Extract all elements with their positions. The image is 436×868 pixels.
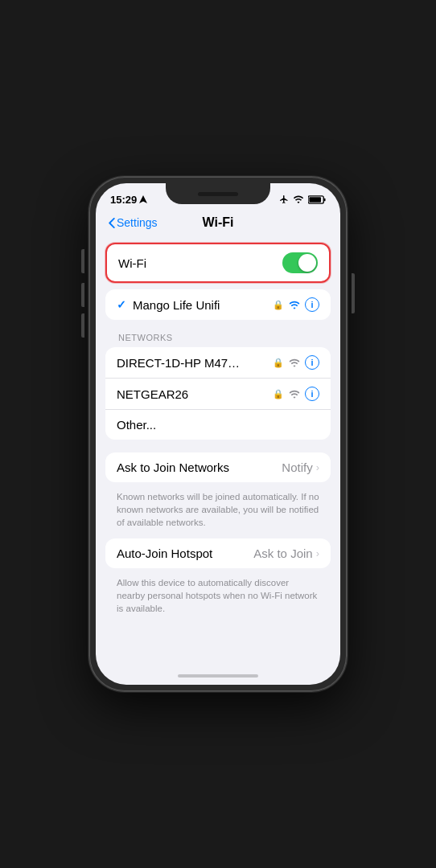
connected-checkmark: ✓ <box>117 298 126 311</box>
networks-list: DIRECT-1D-HP M479fdw Colo... 🔒 i NETGEAR… <box>105 347 331 440</box>
time-display: 15:29 <box>110 194 137 206</box>
network-icons: 🔒 i <box>273 387 319 401</box>
svg-rect-2 <box>309 197 321 202</box>
status-time: 15:29 <box>110 194 147 206</box>
wifi-toggle-section: Wi-Fi <box>105 243 331 283</box>
other-network-row[interactable]: Other... <box>105 410 331 440</box>
connected-network-row[interactable]: ✓ Mango Life Unifi 🔒 i <box>105 289 331 320</box>
network-lock-icon: 🔒 <box>273 389 284 399</box>
toggle-knob <box>298 254 316 272</box>
auto-join-chevron-icon: › <box>316 547 319 559</box>
connected-network-left: ✓ Mango Life Unifi <box>117 298 220 312</box>
location-icon <box>139 195 147 203</box>
phone-screen: 15:29 <box>96 183 340 685</box>
wifi-toggle-label: Wi-Fi <box>118 256 146 270</box>
nav-bar: Settings Wi-Fi <box>96 212 340 236</box>
home-bar <box>178 674 258 678</box>
network-row[interactable]: DIRECT-1D-HP M479fdw Colo... 🔒 i <box>105 347 331 379</box>
connected-network-name: Mango Life Unifi <box>133 298 220 312</box>
network-name: DIRECT-1D-HP M479fdw Colo... <box>117 356 245 370</box>
notch <box>166 183 270 204</box>
status-icons <box>279 194 326 204</box>
connected-network-icons: 🔒 i <box>273 297 319 312</box>
phone-frame: 15:29 <box>89 177 347 691</box>
networks-section-label: NETWORKS <box>96 333 340 347</box>
connected-wifi-icon <box>289 301 300 309</box>
page-title: Wi-Fi <box>203 215 234 230</box>
wifi-status-icon <box>293 195 304 203</box>
network-name: NETGEAR26 <box>117 387 245 401</box>
airplane-icon <box>279 194 289 204</box>
auto-join-row[interactable]: Auto-Join Hotspot Ask to Join › <box>105 538 331 568</box>
ask-to-join-section: Ask to Join Networks Notify › <box>105 452 331 482</box>
back-chevron-icon <box>109 218 115 228</box>
network-wifi-icon <box>289 390 300 399</box>
back-button[interactable]: Settings <box>109 216 158 229</box>
auto-join-value: Ask to Join › <box>253 547 319 560</box>
content-area: Wi-Fi ✓ Mango Life Unifi 🔒 <box>96 236 340 667</box>
back-label: Settings <box>117 216 158 229</box>
wifi-toggle-switch[interactable] <box>282 252 318 273</box>
network-wifi-icon <box>289 358 300 367</box>
wifi-toggle-row[interactable]: Wi-Fi <box>107 244 329 281</box>
connected-lock-icon: 🔒 <box>273 300 284 310</box>
connected-network-section: ✓ Mango Life Unifi 🔒 i <box>105 289 331 320</box>
network-info-icon[interactable]: i <box>305 355 319 370</box>
ask-to-join-description: Known networks will be joined automatica… <box>96 487 340 538</box>
auto-join-section: Auto-Join Hotspot Ask to Join › <box>105 538 331 568</box>
ask-to-join-label: Ask to Join Networks <box>117 461 229 474</box>
connected-info-icon[interactable]: i <box>305 297 319 312</box>
home-indicator <box>96 667 340 685</box>
ask-to-join-row[interactable]: Ask to Join Networks Notify › <box>105 452 331 482</box>
auto-join-description: Allow this device to automatically disco… <box>96 573 340 624</box>
ask-to-join-chevron-icon: › <box>316 461 319 473</box>
network-icons: 🔒 i <box>273 355 319 370</box>
network-lock-icon: 🔒 <box>273 358 284 368</box>
network-info-icon[interactable]: i <box>305 387 319 401</box>
ask-to-join-value-text: Notify <box>282 461 312 474</box>
svg-rect-1 <box>324 198 326 201</box>
network-row[interactable]: NETGEAR26 🔒 i <box>105 379 331 410</box>
battery-icon <box>308 195 326 204</box>
speaker <box>198 192 238 196</box>
auto-join-label: Auto-Join Hotspot <box>117 547 212 560</box>
auto-join-value-text: Ask to Join <box>253 547 312 560</box>
other-network-label: Other... <box>117 418 156 432</box>
ask-to-join-value: Notify › <box>282 461 319 474</box>
